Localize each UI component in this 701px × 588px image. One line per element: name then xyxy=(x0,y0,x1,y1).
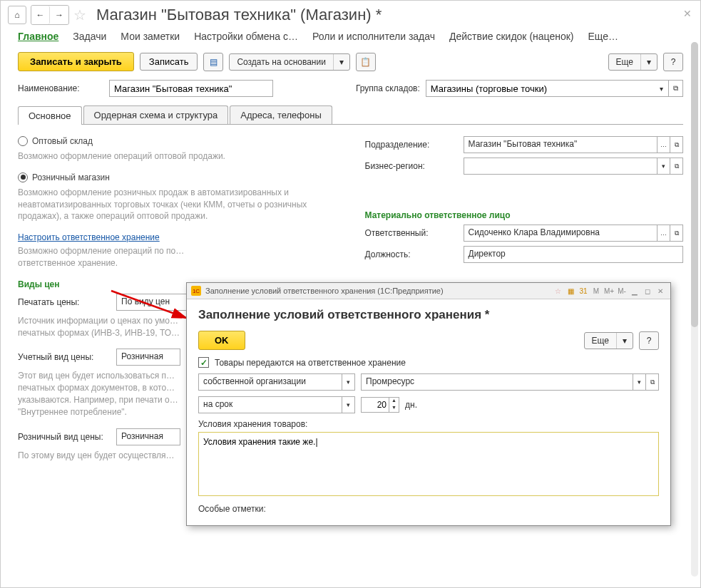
dept-ellipsis[interactable]: … xyxy=(657,137,670,153)
maximize-button[interactable]: ◻ xyxy=(642,285,653,296)
spin-down[interactable]: ▼ xyxy=(389,405,399,412)
days-unit: дн. xyxy=(405,400,417,410)
conditions-textarea[interactable] xyxy=(198,432,659,496)
resp-select[interactable]: Сидоченко Клара Владимировна … ⧉ xyxy=(464,225,684,242)
days-input[interactable]: ▲▼ xyxy=(361,397,399,413)
term-type-select[interactable]: на срок ▾ xyxy=(198,396,355,413)
nav-main[interactable]: Главное xyxy=(18,31,58,42)
radio-checked-icon xyxy=(18,172,28,182)
close-button[interactable]: ✕ xyxy=(655,285,666,296)
print-label: Печатать цены: xyxy=(18,297,111,307)
back-button[interactable]: ← xyxy=(31,6,50,24)
modal-body: Заполнение условий ответственного хранен… xyxy=(187,299,670,525)
toolbar: Записать и закрыть Записать ▤ Создать на… xyxy=(1,48,700,76)
resp-open[interactable]: ⧉ xyxy=(670,225,682,241)
question-icon: ? xyxy=(647,336,652,346)
desc-link: Возможно оформление операций по по… отве… xyxy=(18,245,337,269)
scrollbar[interactable] xyxy=(691,42,698,577)
close-button[interactable]: ✕ xyxy=(683,8,692,19)
star-icon[interactable]: ☆ xyxy=(552,285,563,296)
modal-titlebar: 1C Заполнение условий ответственного хра… xyxy=(187,283,670,299)
org-open[interactable]: ⧉ xyxy=(645,374,658,390)
page-title: Магазин "Бытовая техника" (Магазин) * xyxy=(96,6,382,24)
name-input[interactable] xyxy=(109,80,273,97)
grid-icon[interactable]: ▦ xyxy=(565,285,576,296)
tab-order[interactable]: Ордерная схема и структура xyxy=(83,105,229,124)
dept-select[interactable]: Магазин "Бытовая техника" … ⧉ xyxy=(464,136,684,153)
arrow-left-icon: ← xyxy=(36,10,45,20)
minimize-button[interactable]: ▁ xyxy=(629,285,640,296)
home-button[interactable]: ⌂ xyxy=(8,6,26,24)
radio-retail-label: Розничный магазин xyxy=(32,172,110,182)
chevron-down-icon: ▾ xyxy=(616,333,633,349)
pos-select[interactable]: Директор xyxy=(464,246,684,263)
name-row: Наименование: Группа складов: ▾ ⧉ xyxy=(1,76,700,101)
chevron-down-icon[interactable]: ▾ xyxy=(633,374,645,390)
radio-wholesale-label: Оптовый склад xyxy=(32,136,93,146)
group-open[interactable]: ⧉ xyxy=(669,80,683,97)
favorite-icon[interactable]: ☆ xyxy=(73,6,86,24)
ret-select[interactable]: Розничная xyxy=(116,428,180,445)
radio-retail[interactable]: Розничный магазин xyxy=(18,172,337,182)
action-icon-button[interactable]: 📋 xyxy=(356,53,376,71)
m-button[interactable]: M xyxy=(590,285,602,296)
region-open[interactable]: ⧉ xyxy=(670,158,682,174)
resp-ellipsis[interactable]: … xyxy=(657,225,670,241)
nav-discounts[interactable]: Действие скидок (наценок) xyxy=(449,31,573,42)
group-input[interactable] xyxy=(426,80,655,97)
nav-notes[interactable]: Мои заметки xyxy=(121,31,180,42)
org-select[interactable]: Промресурс ▾ ⧉ xyxy=(361,373,659,391)
chevron-down-icon[interactable]: ▾ xyxy=(342,397,354,413)
region-value xyxy=(464,158,657,174)
chevron-down-icon[interactable]: ▾ xyxy=(342,374,354,390)
resp-value: Сидоченко Клара Владимировна xyxy=(464,225,657,241)
nav-tasks[interactable]: Задачи xyxy=(73,31,106,42)
resp-header: Материально ответственное лицо xyxy=(365,210,684,220)
radio-wholesale[interactable]: Оптовый склад xyxy=(18,136,337,146)
name-label: Наименование: xyxy=(18,83,103,93)
m-minus-button[interactable]: M- xyxy=(616,285,628,296)
checkbox-row[interactable]: ✓ Товары передаются на ответственное хра… xyxy=(198,357,659,368)
ok-button[interactable]: OK xyxy=(198,331,245,350)
ret-label: Розничный вид цены: xyxy=(18,432,111,442)
acc-select[interactable]: Розничная xyxy=(116,349,180,366)
tab-main[interactable]: Основное xyxy=(18,106,82,125)
help-button[interactable]: ? xyxy=(663,53,683,71)
region-select[interactable]: ▾ ⧉ xyxy=(464,158,684,175)
nav-exchange[interactable]: Настройки обмена с… xyxy=(194,31,298,42)
app-icon: 1C xyxy=(191,286,201,296)
chevron-down-icon[interactable]: ▾ xyxy=(657,158,670,174)
acc-value: Розничная xyxy=(117,349,180,365)
days-field[interactable] xyxy=(362,398,389,412)
save-button[interactable]: Записать xyxy=(140,53,198,71)
scrollbar-thumb[interactable] xyxy=(691,42,698,327)
modal-more-label: Еще xyxy=(585,333,616,349)
save-close-button[interactable]: Записать и закрыть xyxy=(18,52,134,71)
tab-contacts[interactable]: Адреса, телефоны xyxy=(230,105,332,124)
nav-roles[interactable]: Роли и исполнители задач xyxy=(312,31,435,42)
spin-up[interactable]: ▲ xyxy=(389,398,399,405)
region-label: Бизнес-регион: xyxy=(365,161,458,171)
dept-open[interactable]: ⧉ xyxy=(670,137,682,153)
create-from-button[interactable]: Создать на основании ▾ xyxy=(229,53,350,71)
home-icon: ⌂ xyxy=(14,10,19,20)
list-icon-button[interactable]: ▤ xyxy=(203,53,223,71)
chevron-down-icon: ▾ xyxy=(333,54,349,70)
modal-help-button[interactable]: ? xyxy=(639,331,659,350)
dept-label: Подразделение: xyxy=(365,140,458,150)
modal-more-button[interactable]: Еще ▾ xyxy=(584,332,633,349)
more-button[interactable]: Еще ▾ xyxy=(608,53,657,71)
more-label: Еще xyxy=(609,54,640,70)
nav-more[interactable]: Еще… xyxy=(588,31,619,42)
titlebar: ⌂ ← → ☆ Магазин "Бытовая техника" (Магаз… xyxy=(1,1,700,29)
radio-icon xyxy=(18,136,28,146)
question-icon: ? xyxy=(671,57,676,67)
group-label: Группа складов: xyxy=(356,83,420,93)
org-type-select[interactable]: собственной организации ▾ xyxy=(198,373,355,391)
m-plus-button[interactable]: M+ xyxy=(603,285,615,296)
print-select[interactable]: По виду цен xyxy=(116,294,188,311)
forward-button[interactable]: → xyxy=(50,6,68,24)
storage-link[interactable]: Настроить ответственное хранение xyxy=(18,232,160,242)
group-dropdown[interactable]: ▾ xyxy=(655,80,669,97)
calendar-icon[interactable]: 31 xyxy=(578,285,589,296)
